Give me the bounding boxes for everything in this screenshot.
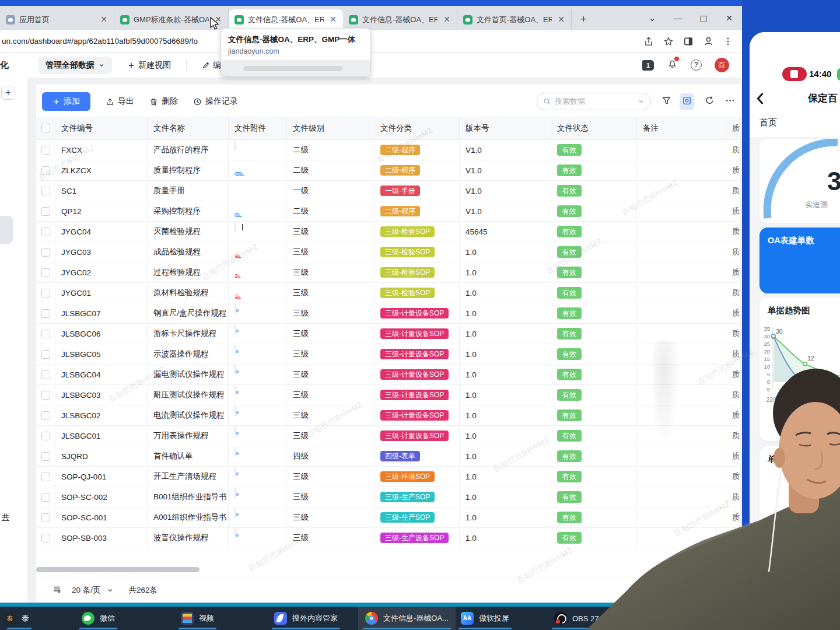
row-checkbox[interactable]: [41, 146, 50, 155]
column-header-2[interactable]: 文件附件: [229, 117, 287, 139]
attachment-image[interactable]: [235, 345, 251, 363]
taskbar-item-chrome[interactable]: 文件信息-器械OA...: [358, 607, 456, 630]
table-row[interactable]: JYGC04灭菌检验规程三级三级-检验SOP45645有效质: [36, 222, 741, 242]
refresh-button[interactable]: [705, 96, 715, 108]
side-panel-icon[interactable]: [683, 36, 694, 47]
attachment-doc[interactable]: DOC: [235, 202, 251, 220]
table-row[interactable]: ZLKZCX质量控制程序DOCX二级二级-程序V1.0有效质: [36, 160, 741, 181]
attachment-pdf[interactable]: PDF: [235, 264, 251, 281]
card-view-button[interactable]: [680, 93, 694, 110]
operation-log-button[interactable]: 操作记录: [193, 96, 238, 107]
row-checkbox[interactable]: [41, 452, 50, 461]
oa-count-card[interactable]: OA表建单数: [760, 228, 840, 293]
attachment-image[interactable]: [235, 427, 251, 444]
row-checkbox[interactable]: [41, 411, 50, 420]
chevron-down-icon[interactable]: [107, 587, 114, 594]
row-checkbox[interactable]: [41, 391, 50, 400]
attachment-image[interactable]: [235, 366, 251, 383]
delete-button[interactable]: 删除: [149, 96, 178, 107]
attachment-image[interactable]: [235, 529, 251, 547]
row-checkbox[interactable]: [41, 473, 50, 481]
column-header-1[interactable]: 文件名称: [148, 117, 229, 139]
rail-add-button[interactable]: +: [1, 86, 15, 100]
address-bar[interactable]: un.com/dashboard#/app/62ab110afbf59d0007…: [0, 30, 742, 52]
row-checkbox[interactable]: [41, 432, 50, 440]
attachment-image[interactable]: [235, 325, 251, 342]
tab-close-icon[interactable]: ✕: [99, 15, 109, 25]
new-tab-button[interactable]: +: [575, 12, 592, 28]
more-actions-button[interactable]: [725, 96, 735, 108]
table-row[interactable]: JYGC01原材料检验规程PDF三级三级-检验SOP1.0有效质: [36, 283, 741, 303]
back-chevron-icon[interactable]: [754, 92, 767, 108]
taskbar-item-tai[interactable]: 泰泰: [2, 607, 36, 630]
taskbar-item-wechat[interactable]: 微信: [75, 607, 122, 630]
attachment-image[interactable]: [235, 386, 251, 404]
user-avatar[interactable]: 百: [715, 58, 729, 72]
tab-close-icon[interactable]: ✕: [328, 15, 338, 25]
attachment-pdf[interactable]: PDF: [235, 284, 251, 302]
row-checkbox[interactable]: [41, 493, 50, 502]
row-checkbox[interactable]: [41, 370, 50, 379]
attachment-image[interactable]: [235, 509, 251, 526]
window-chevron-button[interactable]: ⌄: [639, 13, 665, 23]
bookmark-star-icon[interactable]: [663, 36, 674, 47]
export-button[interactable]: 导出: [106, 96, 134, 107]
row-checkbox[interactable]: [41, 289, 50, 298]
search-input[interactable]: 搜索数据: [537, 93, 651, 110]
new-view-button[interactable]: 新建视图: [127, 60, 171, 71]
attachment-image[interactable]: [235, 407, 251, 424]
row-checkbox[interactable]: [41, 268, 50, 277]
row-checkbox[interactable]: [41, 207, 50, 216]
row-checkbox[interactable]: [41, 513, 50, 522]
manage-all-data-button[interactable]: 管理全部数据: [38, 57, 112, 74]
window-close-button[interactable]: ✕: [716, 13, 742, 23]
column-header-3[interactable]: 文件级别: [287, 117, 374, 139]
app-directory-icon[interactable]: 1: [642, 60, 654, 71]
share-icon[interactable]: [643, 36, 654, 47]
row-checkbox[interactable]: [41, 187, 50, 195]
browser-menu-icon[interactable]: [723, 37, 733, 46]
row-checkbox[interactable]: [41, 350, 50, 359]
tab-close-icon[interactable]: ✕: [442, 15, 452, 25]
rail-collapsed-item[interactable]: [0, 216, 13, 244]
attachment-image[interactable]: [235, 468, 251, 485]
browser-tab-0[interactable]: 应用首页✕: [0, 9, 114, 30]
row-checkbox[interactable]: [41, 534, 50, 542]
add-record-button[interactable]: 添加: [42, 92, 90, 111]
url-text[interactable]: un.com/dashboard#/app/62ab110afbf59d0007…: [0, 37, 198, 46]
taskbar-item-video[interactable]: 视频: [174, 607, 221, 630]
window-maximize-button[interactable]: ▢: [691, 13, 716, 23]
table-row[interactable]: JLSBGC07钢直尺/盒尺操作规程三级三级-计量设备SOP1.0有效质: [36, 303, 741, 324]
filter-button[interactable]: [662, 96, 671, 108]
column-header-0[interactable]: 文件编号: [55, 117, 148, 139]
column-header-7[interactable]: 备注: [637, 117, 726, 139]
tab-close-icon[interactable]: ✕: [556, 15, 566, 25]
help-icon[interactable]: ?: [691, 60, 702, 71]
chevron-down-icon[interactable]: [638, 98, 645, 105]
column-header-5[interactable]: 版本号: [460, 117, 551, 139]
page-size-icon[interactable]: [52, 585, 61, 596]
table-row[interactable]: JYGC02过程检验规程PDF三级三级-检验SOP1.0有效质: [36, 262, 741, 283]
attachment-image[interactable]: [235, 488, 251, 506]
browser-tab-3[interactable]: 文件信息-器械OA、ERP.✕: [343, 9, 457, 30]
attachment-docx[interactable]: DOCX: [235, 162, 251, 179]
page-size-select[interactable]: 20 条/页: [72, 585, 101, 596]
horizontal-scrollbar[interactable]: [36, 567, 200, 572]
attachment-image[interactable]: [235, 304, 251, 322]
attachment-image[interactable]: [235, 223, 251, 240]
browser-tab-4[interactable]: 文件首页-器械OA、ERP、✕: [457, 9, 572, 30]
taskbar-item-apowermirror[interactable]: AA傲软投屏: [454, 607, 516, 630]
row-checkbox[interactable]: [41, 330, 50, 338]
window-minimize-button[interactable]: —: [665, 13, 691, 23]
gauge-card[interactable]: 3 实追溯: [760, 139, 840, 223]
attachment-image[interactable]: [235, 447, 251, 465]
browser-tab-2[interactable]: 文件信息-器械OA、ERP、✕: [229, 9, 343, 30]
row-checkbox[interactable]: [41, 248, 50, 257]
row-checkbox[interactable]: [41, 309, 50, 318]
notifications-bell-icon[interactable]: [667, 58, 678, 72]
phone-home-tab[interactable]: 首页: [760, 117, 777, 128]
attachment-image[interactable]: [235, 141, 251, 159]
taskbar-item-souwai[interactable]: 搜外内容管家: [267, 607, 345, 630]
select-all-checkbox[interactable]: [41, 124, 50, 132]
row-checkbox[interactable]: [41, 228, 50, 236]
